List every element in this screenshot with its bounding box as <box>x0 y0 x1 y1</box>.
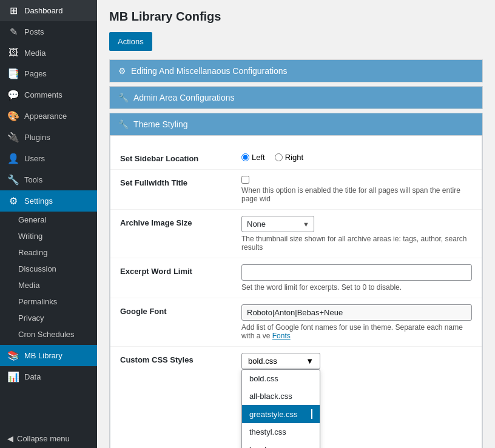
fullwidth-title-description: When this option is enabled the title fo… <box>241 186 472 203</box>
users-icon: 👤 <box>7 153 19 164</box>
custom-css-row: Custom CSS Styles bold.css ▼ bold.css al… <box>110 347 482 448</box>
sidebar-item-settings[interactable]: ⚙ Settings <box>0 190 97 212</box>
sidebar-item-plugins[interactable]: 🔌 Plugins <box>0 127 97 148</box>
theme-icon: 🔧 <box>118 119 129 129</box>
excerpt-input[interactable] <box>241 264 472 281</box>
sidebar-item-dashboard[interactable]: ⊞ Dashboard <box>0 0 97 21</box>
custom-css-option-all-black[interactable]: all-black.css <box>242 387 320 405</box>
fullwidth-title-label: Set Fullwidth Title <box>120 176 241 187</box>
page-title: MB Library Configs <box>109 10 483 24</box>
section-admin-header: 🔧 Admin Area Configurations <box>110 87 482 109</box>
sidebar-sub-cron[interactable]: Cron Schedules <box>0 326 97 343</box>
archive-image-select-control: None Thumbnail Medium Large Full ▼ <box>241 216 314 232</box>
excerpt-row: Excerpt Word Limit Set the word limit fo… <box>110 258 482 298</box>
custom-css-dropdown-list: bold.css all-black.css greatstyle.css th… <box>241 369 320 448</box>
custom-css-dropdown-trigger[interactable]: bold.css ▼ <box>241 353 320 369</box>
fullwidth-title-row: Set Fullwidth Title When this option is … <box>110 170 482 210</box>
sidebar-left-radio[interactable] <box>241 153 249 161</box>
editing-icon: ⚙ <box>118 66 126 76</box>
sidebar-sub-reading[interactable]: Reading <box>0 244 97 261</box>
section-editing: ⚙ Editing And Miscellanaous Configuratio… <box>109 59 483 82</box>
sidebar-location-radio-group: Left Right <box>241 152 472 162</box>
sidebar-right-label: Right <box>285 153 303 162</box>
sidebar: ⊞ Dashboard ✎ Posts 🖼 Media 📑 Pages 💬 Co… <box>0 0 97 448</box>
posts-icon: ✎ <box>7 26 19 38</box>
excerpt-description: Set the word limit for excerpts. Set to … <box>241 283 472 292</box>
google-font-description: Add list of Google font names for use in… <box>241 323 472 340</box>
mb-library-icon: 📚 <box>7 350 19 361</box>
google-fonts-link[interactable]: Fonts <box>272 332 291 340</box>
sidebar-left-option[interactable]: Left <box>241 153 265 162</box>
section-theme-header: 🔧 Theme Styling <box>110 113 482 135</box>
sidebar-sub-privacy[interactable]: Privacy <box>0 310 97 326</box>
sidebar-location-control: Left Right <box>241 152 472 162</box>
fullwidth-title-control: When this option is enabled the title fo… <box>241 176 472 203</box>
collapse-menu-button[interactable]: ◀ Collapse menu <box>0 429 97 448</box>
sidebar-sub-permalinks[interactable]: Permalinks <box>0 293 97 310</box>
data-icon: 📊 <box>7 371 19 383</box>
sidebar-item-pages[interactable]: 📑 Pages <box>0 63 97 84</box>
archive-image-description: The thumbnail size shown for all archive… <box>241 235 472 252</box>
custom-css-option-bomb[interactable]: bomb.css <box>242 441 320 448</box>
sidebar-sub-general[interactable]: General <box>0 212 97 228</box>
media-icon: 🖼 <box>7 47 19 58</box>
sidebar-sub-media[interactable]: Media <box>0 277 97 293</box>
custom-css-option-greatstyle[interactable]: greatstyle.css <box>242 405 320 423</box>
comments-icon: 💬 <box>7 89 19 101</box>
sidebar-right-radio[interactable] <box>275 153 283 161</box>
collapse-icon: ◀ <box>7 434 13 443</box>
sidebar-sub-discussion[interactable]: Discussion <box>0 261 97 277</box>
actions-button[interactable]: Actions <box>109 32 152 51</box>
sidebar-sub-writing[interactable]: Writing <box>0 228 97 244</box>
archive-image-select[interactable]: None Thumbnail Medium Large Full <box>241 216 314 232</box>
pages-icon: 📑 <box>7 68 19 79</box>
archive-image-row: Archive Image Size None Thumbnail Medium… <box>110 210 482 258</box>
sidebar-item-comments[interactable]: 💬 Comments <box>0 84 97 105</box>
custom-css-dropdown-container: bold.css ▼ bold.css all-black.css greats… <box>241 353 472 369</box>
sidebar-right-option[interactable]: Right <box>275 153 303 162</box>
section-editing-header: ⚙ Editing And Miscellanaous Configuratio… <box>110 60 482 82</box>
excerpt-label: Excerpt Word Limit <box>120 264 241 276</box>
excerpt-control: Set the word limit for excerpts. Set to … <box>241 264 472 292</box>
appearance-icon: 🎨 <box>7 110 19 122</box>
google-font-row: Google Font Add list of Google font name… <box>110 298 482 347</box>
custom-css-selected-value: bold.css <box>248 356 277 366</box>
sidebar-item-tools[interactable]: 🔧 Tools <box>0 169 97 190</box>
cursor-indicator <box>311 409 312 419</box>
dashboard-icon: ⊞ <box>7 5 19 16</box>
section-admin: 🔧 Admin Area Configurations <box>109 86 483 109</box>
sidebar-location-label: Set Sidebar Location <box>120 152 241 163</box>
google-font-label: Google Font <box>120 304 241 316</box>
tools-icon: 🔧 <box>7 174 19 186</box>
archive-image-label: Archive Image Size <box>120 216 241 227</box>
sidebar-item-mb-library[interactable]: 📚 MB Library <box>0 345 97 366</box>
google-font-control: Add list of Google font names for use in… <box>241 304 472 340</box>
google-font-input[interactable] <box>241 304 472 321</box>
archive-image-control: None Thumbnail Medium Large Full ▼ The t… <box>241 216 472 252</box>
custom-css-label: Custom CSS Styles <box>120 353 241 364</box>
custom-css-option-thestyl[interactable]: thestyl.css <box>242 423 320 441</box>
admin-icon: 🔧 <box>118 93 129 102</box>
fullwidth-checkbox-row <box>241 176 472 184</box>
custom-css-control: bold.css ▼ bold.css all-black.css greats… <box>241 353 472 448</box>
custom-css-dropdown-arrow: ▼ <box>306 356 314 366</box>
plugins-icon: 🔌 <box>7 132 19 143</box>
sidebar-item-data[interactable]: 📊 Data <box>0 366 97 387</box>
settings-icon: ⚙ <box>7 195 19 207</box>
custom-css-option-bold[interactable]: bold.css <box>242 370 320 387</box>
sidebar-left-label: Left <box>252 153 265 162</box>
theme-settings-panel: Set Sidebar Location Left Right <box>110 135 482 448</box>
fullwidth-title-checkbox[interactable] <box>241 176 249 184</box>
main-content: MB Library Configs Actions ⚙ Editing And… <box>97 0 495 448</box>
section-theme: 🔧 Theme Styling Set Sidebar Location Lef… <box>109 113 483 448</box>
sidebar-location-row: Set Sidebar Location Left Right <box>110 145 482 170</box>
sidebar-item-posts[interactable]: ✎ Posts <box>0 21 97 42</box>
sidebar-item-appearance[interactable]: 🎨 Appearance <box>0 105 97 127</box>
sidebar-item-media[interactable]: 🖼 Media <box>0 42 97 63</box>
sidebar-item-users[interactable]: 👤 Users <box>0 148 97 169</box>
